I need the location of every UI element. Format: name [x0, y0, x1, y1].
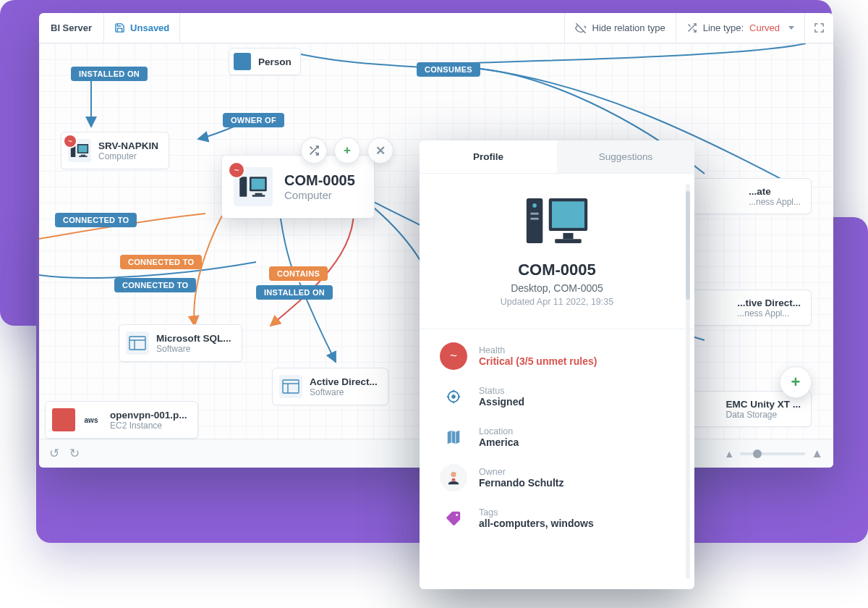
owner-icon — [440, 464, 467, 491]
row-value: Assigned — [479, 396, 524, 408]
health-critical-icon: ~ — [64, 135, 76, 147]
tab-bi-server[interactable]: BI Server — [39, 13, 104, 43]
node-mssql[interactable]: Microsoft SQL... Software — [119, 324, 242, 362]
tab-profile[interactable]: Profile — [420, 140, 557, 173]
row-health: ~ Health Critical (3/5 unmet rules) — [440, 342, 674, 370]
svg-rect-28 — [552, 201, 584, 228]
software-icon — [279, 375, 302, 398]
undo-button[interactable]: ↺ — [49, 446, 59, 461]
svg-point-24 — [532, 203, 537, 208]
svg-rect-18 — [255, 193, 263, 195]
hide-relation-type-button[interactable]: Hide relation type — [564, 13, 676, 43]
row-value: Fernando Schultz — [479, 477, 563, 489]
rel-connected-to-2: CONNECTED TO — [120, 255, 202, 269]
rel-installed-on: INSTALLED ON — [71, 67, 148, 81]
rel-owner-of: OWNER OF — [223, 113, 284, 127]
node-title: COM-0005 — [284, 172, 355, 189]
row-value: America — [479, 436, 519, 448]
zoom-slider[interactable] — [740, 452, 805, 455]
panel-subtitle: Desktop, COM-0005 — [440, 282, 674, 294]
node-subtitle: Computer — [98, 151, 158, 161]
row-value: Critical (3/5 unmet rules) — [479, 355, 597, 367]
unsaved-indicator[interactable]: Unsaved — [104, 13, 180, 43]
svg-rect-15 — [239, 177, 247, 197]
panel-updated: Updated Apr 11 2022, 19:35 — [440, 297, 674, 307]
computer-icon — [524, 194, 590, 248]
node-app-b[interactable]: ...tive Direct... ...ness Appl... — [687, 290, 812, 326]
aws-icon: aws — [80, 408, 103, 431]
row-location: Location America — [440, 423, 674, 451]
node-title: Person — [258, 56, 292, 67]
node-subtitle: Software — [310, 387, 378, 397]
svg-point-37 — [451, 472, 456, 477]
unsaved-label: Unsaved — [130, 22, 169, 33]
node-subtitle: EC2 Instance — [110, 421, 187, 431]
node-title: EMC Unity XT ... — [726, 399, 801, 410]
computer-icon: ~ — [68, 139, 91, 162]
svg-rect-12 — [283, 380, 299, 393]
add-fab-button[interactable]: + — [780, 366, 812, 398]
shuffle-icon — [686, 22, 697, 33]
row-value: all-computers, windows — [479, 518, 594, 529]
rel-contains: CONTAINS — [269, 266, 328, 281]
row-label: Health — [479, 345, 597, 355]
node-title: ...tive Direct... — [737, 297, 801, 308]
svg-rect-25 — [530, 213, 538, 215]
action-add-button[interactable]: + — [334, 138, 360, 164]
action-close-button[interactable]: ✕ — [367, 138, 393, 164]
svg-point-32 — [452, 395, 455, 398]
zoom-in-icon[interactable]: ▲ — [811, 447, 823, 461]
node-title: Active Direct... — [310, 376, 378, 387]
node-subtitle: ...ness Appl... — [749, 197, 801, 207]
svg-rect-6 — [78, 145, 87, 153]
row-tags: Tags all-computers, windows — [440, 504, 674, 532]
svg-line-22 — [310, 147, 312, 149]
location-icon — [440, 423, 467, 451]
node-subtitle: Software — [156, 344, 231, 354]
computer-icon: ~ — [234, 167, 273, 206]
svg-rect-8 — [79, 156, 87, 157]
node-subtitle: Computer — [284, 189, 355, 201]
action-shuffle-button[interactable] — [301, 138, 327, 164]
redo-button[interactable]: ↻ — [69, 446, 80, 461]
line-type-button[interactable]: Line type: Curved — [676, 13, 804, 43]
node-active-directory[interactable]: Active Direct... Software — [272, 368, 388, 405]
eye-off-icon — [575, 22, 587, 34]
node-person[interactable]: Person — [229, 48, 301, 75]
node-app-a[interactable]: ...ate ...ness Appl... — [687, 178, 812, 214]
rel-installed-on-2: INSTALLED ON — [256, 285, 333, 300]
zoom-out-icon[interactable]: ▲ — [724, 448, 734, 460]
rel-connected-to-3: CONNECTED TO — [114, 278, 196, 292]
save-icon — [114, 22, 125, 33]
rel-connected-to-1: CONNECTED TO — [55, 213, 137, 227]
node-title: ...ate — [749, 186, 801, 197]
tab-suggestions[interactable]: Suggestions — [557, 140, 694, 173]
svg-rect-29 — [563, 233, 573, 239]
node-com0005-selected[interactable]: ~ COM-0005 Computer — [221, 155, 375, 219]
row-owner: Owner Fernando Schultz — [440, 464, 674, 491]
svg-rect-26 — [530, 218, 538, 220]
health-critical-icon: ~ — [229, 163, 244, 177]
zoom-control[interactable]: ▲ ▲ — [724, 447, 823, 461]
node-title: Microsoft SQL... — [156, 333, 231, 344]
folder-icon — [52, 408, 75, 431]
line-type-value: Curved — [749, 22, 780, 33]
status-icon — [440, 383, 467, 410]
row-label: Tags — [479, 507, 594, 518]
fullscreen-button[interactable] — [804, 13, 833, 43]
row-label: Status — [479, 386, 524, 396]
node-title: openvpn-001.p... — [110, 410, 187, 421]
svg-rect-17 — [252, 179, 265, 190]
panel-scrollbar[interactable] — [686, 184, 690, 579]
toolbar: BI Server Unsaved Hide relation type Lin… — [39, 13, 833, 43]
fullscreen-icon — [814, 22, 825, 33]
node-srv-napkin[interactable]: ~ SRV-NAPKIN Computer — [61, 132, 169, 169]
row-label: Location — [479, 426, 519, 436]
svg-rect-9 — [129, 337, 145, 350]
panel-body: COM-0005 Desktop, COM-0005 Updated Apr 1… — [420, 174, 694, 589]
divider — [420, 329, 694, 329]
node-openvpn[interactable]: aws openvpn-001.p... EC2 Instance — [45, 401, 198, 439]
software-icon — [126, 332, 149, 355]
rel-consumes: CONSUMES — [417, 62, 480, 77]
hide-relation-type-label: Hide relation type — [592, 22, 665, 33]
